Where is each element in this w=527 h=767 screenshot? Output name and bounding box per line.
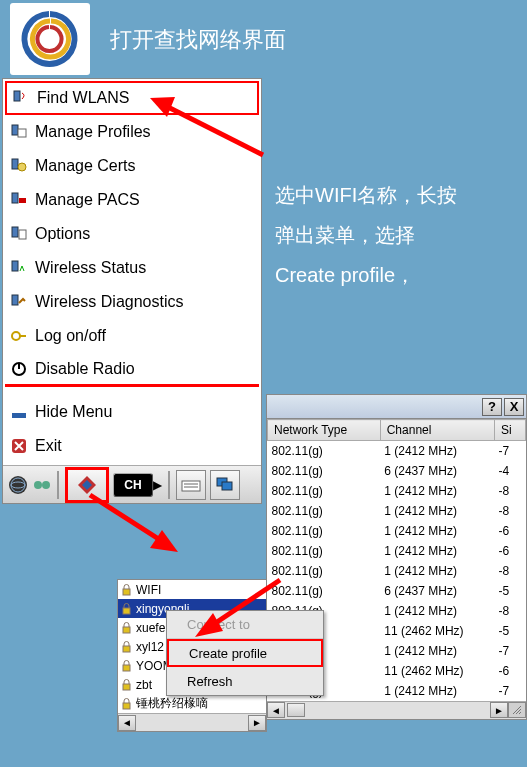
table-row[interactable]: 802.11(g)6 (2437 MHz)-5 xyxy=(268,581,526,601)
col-network-type[interactable]: Network Type xyxy=(268,420,381,441)
minimize-icon xyxy=(9,402,29,422)
svg-rect-35 xyxy=(123,703,130,709)
power-icon xyxy=(9,359,29,379)
menu-options[interactable]: Options xyxy=(5,217,259,251)
ssid-name: xyl12 xyxy=(136,640,164,654)
table-row[interactable]: 802.11(g)1 (2412 MHz)-8 xyxy=(268,501,526,521)
cell-signal: -8 xyxy=(495,481,526,501)
cell-channel: 1 (2412 MHz) xyxy=(380,521,494,541)
scroll-left-icon[interactable]: ◄ xyxy=(267,702,285,718)
globe-icon[interactable] xyxy=(7,475,27,495)
scroll-thumb[interactable] xyxy=(287,703,305,717)
menu-item-label: Disable Radio xyxy=(35,360,135,378)
keyboard-button[interactable] xyxy=(176,470,206,500)
svg-point-4 xyxy=(18,163,26,171)
svg-rect-28 xyxy=(222,482,232,490)
svg-rect-32 xyxy=(123,646,130,652)
cell-channel: 1 (2412 MHz) xyxy=(380,561,494,581)
cell-channel: 6 (2437 MHz) xyxy=(380,581,494,601)
col-signal[interactable]: Si xyxy=(495,420,526,441)
scroll-left-icon[interactable]: ◄ xyxy=(118,715,136,731)
options-icon xyxy=(9,224,29,244)
antenna-icon xyxy=(11,88,31,108)
svg-rect-9 xyxy=(12,261,18,271)
cell-signal: -6 xyxy=(495,521,526,541)
keyboard-icon xyxy=(181,477,201,493)
menu-log-onoff[interactable]: Log on/off xyxy=(5,319,259,353)
svg-marker-37 xyxy=(150,530,178,552)
wifi-tool-button[interactable] xyxy=(65,467,109,503)
table-row[interactable]: 802.11(g)6 (2437 MHz)-4 xyxy=(268,461,526,481)
table-row[interactable]: 802.11(g)1 (2412 MHz)-8 xyxy=(268,561,526,581)
ssid-name: WIFI xyxy=(136,583,161,597)
status-icon xyxy=(9,258,29,278)
scroll-right-icon[interactable]: ► xyxy=(490,702,508,718)
svg-point-11 xyxy=(12,332,20,340)
windows-button[interactable] xyxy=(210,470,240,500)
svg-rect-31 xyxy=(123,627,130,633)
cell-signal: -7 xyxy=(495,441,526,461)
svg-rect-1 xyxy=(12,125,18,135)
menu-manage-certs[interactable]: Manage Certs xyxy=(5,149,259,183)
menu-disable-radio[interactable]: Disable Radio xyxy=(5,353,259,387)
cell-channel: 1 (2412 MHz) xyxy=(380,441,494,461)
svg-rect-6 xyxy=(19,198,26,203)
ctx-create-profile[interactable]: Create profile xyxy=(167,639,323,667)
cell-signal: -8 xyxy=(495,561,526,581)
ssid-name: 锤桃矜绍椽嘀 xyxy=(136,695,208,712)
table-row[interactable]: 802.11(g)1 (2412 MHz)-7 xyxy=(268,441,526,461)
cell-type: 802.11(g) xyxy=(268,521,381,541)
menu-manage-profiles[interactable]: Manage Profiles xyxy=(5,115,259,149)
table-row[interactable]: 802.11(g)1 (2412 MHz)-6 xyxy=(268,521,526,541)
menu-hide-menu[interactable]: Hide Menu xyxy=(5,395,259,429)
cell-signal: -5 xyxy=(495,621,526,641)
ssid-scrollbar[interactable]: ◄ ► xyxy=(118,713,266,731)
cell-signal: -8 xyxy=(495,501,526,521)
lock-icon xyxy=(120,659,133,672)
lock-icon xyxy=(120,697,133,710)
help-button[interactable]: ? xyxy=(482,398,502,416)
main-menu-panel: Find WLANS Manage Profiles Manage Certs … xyxy=(2,78,262,504)
table-row[interactable]: 802.11(g)1 (2412 MHz)-6 xyxy=(268,541,526,561)
cell-channel: 1 (2412 MHz) xyxy=(380,641,494,661)
cell-signal: -4 xyxy=(495,461,526,481)
svg-point-21 xyxy=(42,481,50,489)
menu-manage-pacs[interactable]: Manage PACS xyxy=(5,183,259,217)
cell-type: 802.11(g) xyxy=(268,501,381,521)
col-channel[interactable]: Channel xyxy=(380,420,494,441)
menu-wireless-diagnostics[interactable]: Wireless Diagnostics xyxy=(5,285,259,319)
ch-button[interactable]: CH xyxy=(113,473,153,497)
ssid-name: xuefe xyxy=(136,621,165,635)
svg-rect-30 xyxy=(123,608,130,614)
cell-channel: 11 (2462 MHz) xyxy=(380,621,494,641)
cell-channel: 1 (2412 MHz) xyxy=(380,681,494,701)
menu-item-label: Wireless Diagnostics xyxy=(35,293,183,311)
ssid-row[interactable]: WIFI xyxy=(118,580,266,599)
table-row[interactable]: 802.11(g)1 (2412 MHz)-8 xyxy=(268,481,526,501)
cell-channel: 1 (2412 MHz) xyxy=(380,601,494,621)
cell-signal: -8 xyxy=(495,601,526,621)
cell-channel: 1 (2412 MHz) xyxy=(380,501,494,521)
svg-point-20 xyxy=(34,481,42,489)
resize-grip-icon[interactable] xyxy=(508,702,526,718)
svg-rect-24 xyxy=(182,481,200,491)
menu-find-wlans[interactable]: Find WLANS xyxy=(5,81,259,115)
close-button[interactable]: X xyxy=(504,398,524,416)
svg-rect-5 xyxy=(12,193,18,203)
svg-rect-12 xyxy=(19,335,26,337)
menu-item-label: Options xyxy=(35,225,90,243)
menu-exit[interactable]: Exit xyxy=(5,429,259,463)
ssid-row[interactable]: 锤桃矜绍椽嘀 xyxy=(118,694,266,713)
key-icon xyxy=(9,326,29,346)
scroll-right-icon[interactable]: ► xyxy=(248,715,266,731)
cell-type: 802.11(g) xyxy=(268,581,381,601)
menu-item-label: Wireless Status xyxy=(35,259,146,277)
ctx-refresh[interactable]: Refresh xyxy=(167,667,323,695)
close-icon xyxy=(9,436,29,456)
svg-rect-15 xyxy=(12,413,26,418)
connection-icon[interactable] xyxy=(31,475,51,495)
svg-rect-34 xyxy=(123,684,130,690)
horizontal-scrollbar[interactable]: ◄ ► xyxy=(267,701,526,719)
menu-wireless-status[interactable]: Wireless Status xyxy=(5,251,259,285)
menu-item-label: Manage Certs xyxy=(35,157,136,175)
